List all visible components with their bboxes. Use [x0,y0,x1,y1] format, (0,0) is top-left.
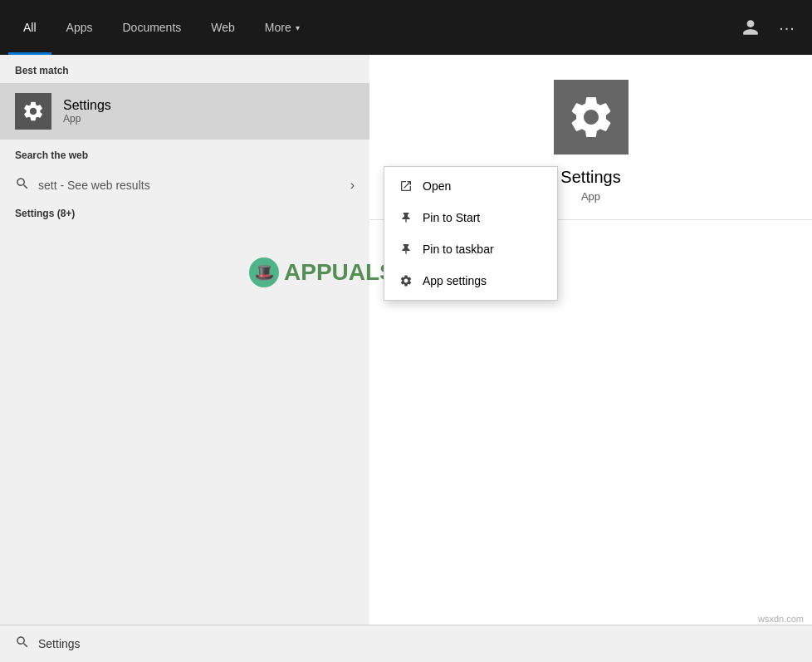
best-match-item[interactable]: Settings App [0,83,369,140]
context-menu-pin-taskbar-label: Pin to taskbar [423,243,494,256]
nav-tabs: All Apps Documents Web More ▾ [8,0,734,55]
left-panel: Best match Settings App Search the web [0,55,369,625]
context-menu-open-label: Open [423,179,451,193]
best-match-text: Settings App [63,98,111,125]
open-icon [398,178,414,194]
web-search-row[interactable]: sett - See web results › [0,168,369,203]
context-menu-app-settings-label: App settings [423,274,487,287]
person-icon [741,18,760,37]
context-menu-open[interactable]: Open [384,170,557,202]
settings-icon-large [554,80,629,154]
tab-apps-label: Apps [66,21,93,34]
tab-web[interactable]: Web [196,0,250,55]
tab-web-label: Web [211,21,235,34]
search-icon-taskbar [15,635,30,653]
gear-icon-large [566,92,616,142]
settings-section-label: Settings (8+) [0,203,369,224]
best-match-label: Best match [0,55,369,83]
tab-all-label: All [23,21,37,34]
context-menu: Open Pin to Start Pin to taskbar App set… [384,166,558,301]
right-panel: Settings App [369,55,812,625]
web-search-label: Search the web [0,140,369,168]
taskbar-search-text: Settings [38,637,81,650]
context-menu-pin-start-label: Pin to Start [423,211,480,224]
chevron-right-icon: › [350,178,355,193]
pin-start-icon [398,209,414,226]
tab-documents-label: Documents [122,21,181,34]
ellipsis-icon: ··· [779,18,795,37]
best-match-type: App [63,113,111,125]
settings-subtitle: App [581,190,600,203]
pin-taskbar-icon [398,241,414,257]
app-settings-icon [398,272,414,289]
nav-actions: ··· [734,11,804,44]
gear-icon-small [22,100,45,123]
person-button[interactable] [734,11,767,44]
search-icon [15,176,30,194]
tab-more[interactable]: More ▾ [250,0,315,55]
appuals-logo: 🎩 APPUALS [249,257,395,287]
tab-more-label: More [265,21,291,34]
context-menu-pin-taskbar[interactable]: Pin to taskbar [384,233,557,265]
best-match-name: Settings [63,98,111,113]
appuals-overlay: 🎩 APPUALS [249,257,395,287]
settings-title: Settings [560,168,620,187]
top-nav-bar: All Apps Documents Web More ▾ ··· [0,0,812,55]
main-content: Best match Settings App Search the web [0,55,812,625]
web-search-query: sett - See web results [38,179,350,192]
tab-documents[interactable]: Documents [107,0,196,55]
taskbar-search[interactable]: Settings [0,625,812,662]
context-menu-pin-start[interactable]: Pin to Start [384,202,557,233]
watermark: wsxdn.com [758,614,804,624]
more-button[interactable]: ··· [770,11,804,44]
chevron-down-icon: ▾ [296,23,300,32]
settings-icon-small [15,93,51,130]
tab-apps[interactable]: Apps [51,0,108,55]
tab-all[interactable]: All [8,0,51,55]
context-menu-app-settings[interactable]: App settings [384,265,557,297]
